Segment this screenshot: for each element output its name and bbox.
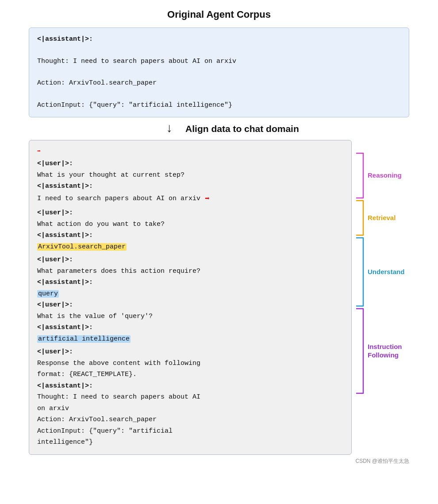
instruction-bracket: Instruction Following xyxy=(355,308,409,394)
side-labels: Reasoning Retrieval Understand Instructi… xyxy=(352,140,409,455)
assistant-msg-2: ArxivTool.search_paper xyxy=(37,243,127,251)
reasoning-section: <|user|>: What is your thought at curren… xyxy=(37,158,343,205)
user-msg-3: What parameters does this action require… xyxy=(37,268,200,275)
understand-section: <|user|>: What parameters does this acti… xyxy=(37,254,343,345)
assistant-tag-3: <|assistant|>: xyxy=(37,279,93,286)
retrieval-section: <|user|>: What action do you want to tak… xyxy=(37,207,343,252)
corpus-line-2: Thought: I need to search papers about A… xyxy=(37,56,401,67)
assistant-msg-5: Thought: I need to search papers about A… xyxy=(37,393,200,446)
retrieval-bracket-svg xyxy=(355,200,364,236)
understand-bracket-svg xyxy=(355,237,364,307)
user-tag-4: <|user|>: xyxy=(37,301,73,309)
corpus-line-4: ActionInput: {"query": "artificial intel… xyxy=(37,100,401,111)
arrow-row: ↓ Align data to chat domain xyxy=(29,122,409,136)
watermark: CSDN @谁怕平生太急 xyxy=(29,457,409,465)
instruction-label: Instruction Following xyxy=(368,343,402,360)
instruction-section: <|user|>: Response the above content wit… xyxy=(37,346,343,448)
instruction-bracket-svg xyxy=(355,308,364,394)
user-msg-5: Response the above content with followin… xyxy=(37,360,200,379)
reasoning-bracket: Reasoning xyxy=(355,152,409,199)
page-title: Original Agent Corpus xyxy=(167,9,271,20)
chat-column: ➡ <|user|>: What is your thought at curr… xyxy=(29,140,352,455)
assistant-msg-3: query xyxy=(37,290,59,298)
assistant-tag-1: <|assistant|>: xyxy=(37,182,93,190)
retrieval-label: Retrieval xyxy=(368,214,396,222)
user-tag-5: <|user|>: xyxy=(37,348,73,356)
user-msg-2: What action do you want to take? xyxy=(37,221,165,228)
assistant-msg-1: I need to search papers about AI on arxi… xyxy=(37,193,200,205)
user-msg-4: What is the value of 'query'? xyxy=(37,313,153,320)
corpus-line-3: Action: ArxivTool.search_paper xyxy=(37,78,401,89)
reasoning-bracket-svg xyxy=(355,152,364,199)
understand-label: Understand xyxy=(368,268,404,276)
retrieval-bracket: Retrieval xyxy=(355,200,409,236)
assistant-tag-4: <|assistant|>: xyxy=(37,324,93,331)
assistant-tag-2: <|assistant|>: xyxy=(37,232,93,239)
user-tag-1: <|user|>: xyxy=(37,160,73,167)
diagram-wrapper: ➡ <|user|>: What is your thought at curr… xyxy=(29,140,409,455)
understand-bracket: Understand xyxy=(355,237,409,307)
assistant-msg-4: artificial intelligence xyxy=(37,335,131,343)
user-tag-3: <|user|>: xyxy=(37,256,73,264)
user-msg-1: What is your thought at current step? xyxy=(37,171,184,179)
down-arrow-icon: ↓ xyxy=(165,122,173,136)
reasoning-label: Reasoning xyxy=(368,171,402,180)
corpus-box: <|assistant|>: Thought: I need to search… xyxy=(29,27,409,117)
assistant-tag-5: <|assistant|>: xyxy=(37,382,93,390)
corpus-line-1: <|assistant|>: xyxy=(37,34,401,45)
align-label: Align data to chat domain xyxy=(185,124,299,134)
user-tag-2: <|user|>: xyxy=(37,209,73,217)
